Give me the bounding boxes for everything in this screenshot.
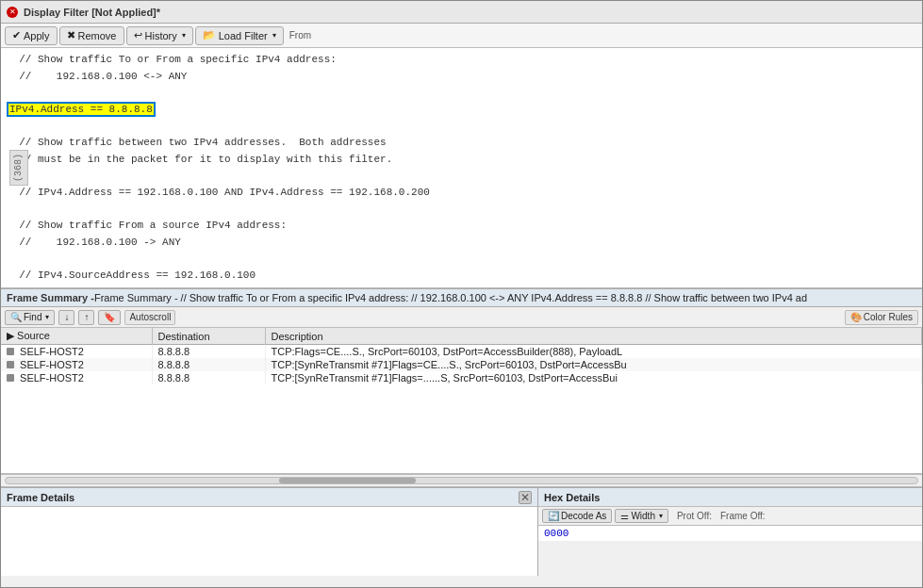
horizontal-scrollbar[interactable] [1, 474, 922, 487]
cell-destination: 8.8.8.8 [152, 371, 265, 384]
frame-details-content [1, 507, 537, 576]
hex-details-header: Hex Details [538, 488, 922, 507]
apply-button[interactable]: ✔ Apply [5, 26, 58, 45]
width-icon: ⚌ [620, 511, 629, 521]
row-marker-icon [7, 374, 14, 382]
cell-description: TCP:[SynReTransmit #71]Flags=......S, Sr… [265, 371, 922, 384]
hex-value: 0000 [544, 528, 569, 539]
packet-toolbar: 🔍 Find ▾ ↓ ↑ 🔖 Autoscroll 🎨 Color Rules [1, 307, 922, 328]
cell-destination: 8.8.8.8 [152, 345, 265, 359]
decode-as-icon: 🔄 [548, 511, 559, 521]
load-filter-button[interactable]: 📂 Load Filter ▾ [195, 26, 284, 45]
decode-as-button[interactable]: 🔄 Decode As [542, 509, 612, 523]
frame-summary-text: Frame Summary - // Show traffic To or Fr… [94, 292, 807, 303]
frame-details-close-button[interactable]: ✕ [519, 491, 532, 504]
cell-description: TCP:[SynReTransmit #71]Flags=CE....S., S… [265, 358, 922, 371]
row-marker-icon [7, 361, 14, 368]
toolbar: ✔ Apply ✖ Remove ↩ History ▾ 📂 Load Filt… [1, 24, 922, 48]
cell-destination: 8.8.8.8 [152, 358, 265, 371]
packet-table-container: ▶ Source Destination Description SELF-HO [1, 328, 922, 474]
frame-summary-bar: Frame Summary - Frame Summary - // Show … [1, 288, 922, 307]
title-bar: ✕ Display Filter [Not Applied]* [1, 1, 922, 24]
filter-text-pre: // Show traffic To or From a specific IP… [7, 52, 916, 284]
frame-details-title: Frame Details [7, 492, 74, 503]
hex-details-panel: Hex Details 🔄 Decode As ⚌ Width ▾ Prot O… [538, 488, 922, 576]
remove-icon: ✖ [67, 29, 75, 41]
window-title: Display Filter [Not Applied]* [24, 7, 160, 18]
from-label: From [289, 30, 311, 41]
bookmark-button[interactable]: 🔖 [98, 310, 121, 325]
filter-highlight: IPv4.Address == 8.8.8.8 [7, 102, 156, 117]
cell-source: SELF-HOST2 [1, 371, 152, 384]
row-marker-icon [7, 348, 14, 355]
hex-details-title: Hex Details [544, 492, 600, 503]
col-header-source[interactable]: ▶ Source [1, 328, 152, 345]
apply-icon: ✔ [12, 29, 21, 41]
cell-description: TCP:Flags=CE....S., SrcPort=60103, DstPo… [265, 345, 922, 359]
scrollbar-track[interactable] [5, 477, 918, 484]
history-button[interactable]: ↩ History ▾ [126, 26, 193, 45]
autoscroll-button[interactable]: Autoscroll [124, 310, 175, 325]
history-icon: ↩ [134, 29, 142, 41]
hex-content: 0000 [538, 526, 922, 541]
side-label: (368) [9, 150, 28, 186]
remove-button[interactable]: ✖ Remove [59, 26, 124, 45]
color-rules-button[interactable]: 🎨 Color Rules [845, 310, 918, 325]
width-button[interactable]: ⚌ Width ▾ [615, 509, 668, 523]
prot-off-label: Prot Off: [677, 511, 712, 521]
frame-details-header: Frame Details ✕ [1, 488, 537, 507]
cell-source: SELF-HOST2 [1, 345, 152, 359]
find-button[interactable]: 🔍 Find ▾ [5, 310, 55, 325]
close-button[interactable]: ✕ [7, 7, 18, 18]
col-header-description[interactable]: Description [265, 328, 922, 345]
table-row[interactable]: SELF-HOST2 8.8.8.8 TCP:[SynReTransmit #7… [1, 371, 922, 384]
cell-source: SELF-HOST2 [1, 358, 152, 371]
row-marker-header: ▶ [7, 330, 17, 341]
find-icon: 🔍 [10, 312, 22, 322]
load-filter-dropdown-arrow: ▾ [272, 31, 276, 40]
app-window: ✕ Display Filter [Not Applied]* ✔ Apply … [0, 0, 923, 588]
frame-off-label: Frame Off: [720, 511, 766, 521]
hex-toolbar: 🔄 Decode As ⚌ Width ▾ Prot Off: Frame Of… [538, 507, 922, 526]
bookmark-icon: 🔖 [104, 312, 115, 322]
load-filter-icon: 📂 [203, 29, 216, 41]
find-dropdown-arrow: ▾ [45, 313, 49, 321]
frame-details-panel: Frame Details ✕ [1, 488, 538, 576]
table-row[interactable]: SELF-HOST2 8.8.8.8 TCP:Flags=CE....S., S… [1, 345, 922, 359]
table-row[interactable]: SELF-HOST2 8.8.8.8 TCP:[SynReTransmit #7… [1, 358, 922, 371]
history-dropdown-arrow: ▾ [182, 31, 186, 40]
col-header-destination[interactable]: Destination [152, 328, 265, 345]
scrollbar-thumb[interactable] [279, 478, 416, 483]
filter-area[interactable]: (368) // Show traffic To or From a speci… [1, 48, 922, 288]
width-dropdown-arrow: ▾ [659, 512, 663, 520]
packet-table: ▶ Source Destination Description SELF-HO [1, 328, 922, 384]
up-arrow-button[interactable]: ↑ [78, 310, 94, 325]
table-header-row: ▶ Source Destination Description [1, 328, 922, 345]
down-arrow-button[interactable]: ↓ [58, 310, 74, 325]
bottom-panels: Frame Details ✕ Hex Details 🔄 Decode As … [1, 487, 922, 576]
color-rules-icon: 🎨 [850, 312, 862, 322]
